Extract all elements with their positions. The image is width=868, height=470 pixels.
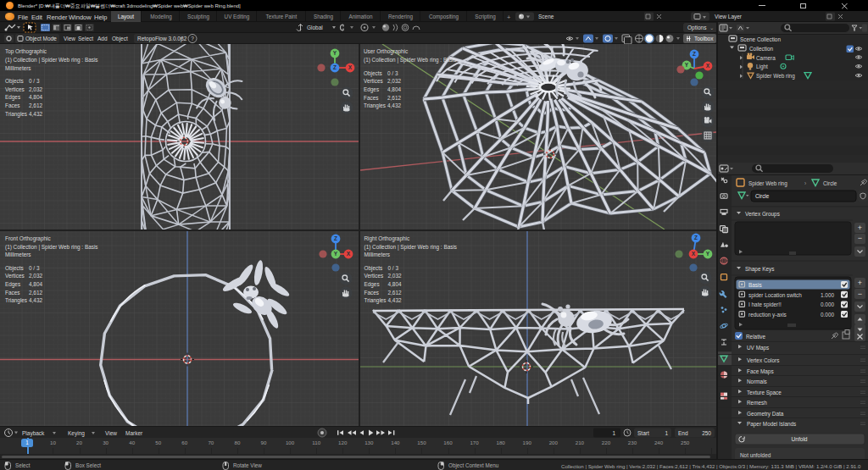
svg-text:spider Location switch: spider Location switch [748, 292, 802, 299]
svg-text:Not unfolded: Not unfolded [740, 452, 771, 458]
svg-text:−: − [858, 290, 862, 298]
svg-text:Playback: Playback [22, 430, 45, 437]
svg-text:Collection: Collection [749, 46, 774, 52]
svg-text:Object: Object [112, 36, 128, 42]
svg-text:Front Orthographic: Front Orthographic [5, 235, 51, 242]
svg-text:reduction y-axis: reduction y-axis [748, 312, 787, 318]
svg-text:View: View [64, 36, 75, 41]
svg-text:Select: Select [78, 36, 93, 41]
svg-text:Unfold: Unfold [791, 436, 807, 442]
svg-text:2,612: 2,612 [388, 290, 402, 296]
svg-text:Keying: Keying [68, 430, 85, 437]
svg-text:›: › [804, 180, 806, 186]
svg-text:Faces: Faces [364, 95, 378, 101]
svg-text:(1) Collection | Spider Web ri: (1) Collection | Spider Web ring : Basis [5, 244, 98, 251]
svg-text:250: 250 [702, 430, 711, 436]
svg-text:2,032: 2,032 [388, 273, 402, 279]
svg-text:Vertex Colors: Vertex Colors [747, 357, 779, 363]
svg-text:4,804: 4,804 [29, 281, 42, 287]
svg-text:0.000: 0.000 [821, 301, 834, 307]
svg-text:0 / 3: 0 / 3 [387, 70, 398, 76]
svg-text:Objects: Objects [364, 265, 383, 272]
svg-text:0 / 3: 0 / 3 [29, 265, 40, 271]
svg-text:Y: Y [333, 50, 337, 56]
svg-text:4,804: 4,804 [387, 86, 401, 92]
svg-text:Edges: Edges [5, 94, 20, 101]
svg-text:Scene Collection: Scene Collection [740, 36, 781, 42]
svg-text:Z: Z [334, 235, 337, 241]
svg-text:2,032: 2,032 [29, 273, 42, 279]
svg-text:View Layer: View Layer [715, 14, 743, 20]
svg-text:?: ? [191, 36, 194, 41]
svg-text:2,032: 2,032 [29, 86, 42, 92]
svg-text:Add: Add [97, 36, 108, 41]
svg-text:Faces: Faces [5, 290, 19, 296]
svg-text:(1) Collection | Spider Web ri: (1) Collection | Spider Web ring : Basis [364, 57, 457, 64]
svg-text:+: + [858, 279, 862, 287]
svg-text:4,804: 4,804 [388, 281, 402, 287]
svg-text:Geometry Data: Geometry Data [747, 411, 784, 417]
svg-text:User Orthographic: User Orthographic [364, 48, 409, 55]
svg-text:Face Maps: Face Maps [747, 368, 774, 375]
svg-text:Edges: Edges [364, 281, 380, 288]
svg-text:Vertices: Vertices [364, 78, 383, 84]
svg-text:Start: Start [637, 430, 649, 436]
svg-text:Global: Global [307, 25, 323, 30]
svg-text:Camera: Camera [756, 55, 776, 61]
svg-text:Right Orthographic: Right Orthographic [364, 235, 410, 242]
svg-text:(1) Collection | Spider Web ri: (1) Collection | Spider Web ring : Basis [364, 244, 458, 251]
svg-text:Y: Y [334, 251, 338, 257]
svg-text:Millimeters: Millimeters [364, 252, 391, 257]
svg-text:Faces: Faces [364, 290, 379, 296]
svg-text:Z: Z [694, 235, 698, 241]
svg-text:Triangles: Triangles [5, 111, 27, 118]
svg-text:Edges: Edges [364, 86, 379, 93]
svg-text:Objects: Objects [5, 265, 24, 272]
svg-text:(1) Collection | Spider Web ri: (1) Collection | Spider Web ring : Basis [5, 57, 98, 64]
svg-text:2,032: 2,032 [387, 78, 401, 84]
svg-text:2,612: 2,612 [387, 95, 401, 101]
svg-text:Vertices: Vertices [5, 86, 25, 92]
svg-text:Z: Z [693, 51, 696, 57]
svg-text:RetopoFlow 3.0.0β2: RetopoFlow 3.0.0β2 [137, 36, 187, 42]
svg-text:Objects: Objects [5, 78, 24, 85]
svg-text:Toolbox: Toolbox [694, 36, 714, 41]
svg-text:X: X [347, 251, 351, 257]
svg-text:+: + [858, 224, 862, 232]
svg-text:UV Maps: UV Maps [747, 345, 769, 351]
svg-text:Vertex Groups: Vertex Groups [745, 211, 780, 218]
svg-text:X: X [692, 251, 696, 257]
svg-text:Z: Z [333, 64, 337, 70]
svg-text:Edges: Edges [5, 281, 20, 288]
svg-text:0 / 3: 0 / 3 [29, 78, 40, 84]
svg-text:Y: Y [685, 62, 689, 68]
svg-text:Remesh: Remesh [747, 400, 767, 406]
svg-text:Circle: Circle [755, 193, 770, 199]
svg-text:Relative: Relative [746, 334, 766, 340]
svg-text:Triangles: Triangles [364, 297, 387, 304]
svg-text:Vertices: Vertices [364, 273, 384, 279]
svg-text:Shape Keys: Shape Keys [745, 266, 774, 273]
svg-text:Paper Model Islands: Paper Model Islands [747, 421, 796, 428]
svg-text:4,432: 4,432 [387, 102, 401, 108]
svg-text:Objects: Objects [364, 70, 382, 77]
svg-text:Triangles: Triangles [5, 297, 27, 304]
svg-text:I hate spider!!: I hate spider!! [748, 301, 782, 308]
svg-text:2,612: 2,612 [29, 102, 42, 108]
svg-text:X: X [706, 63, 710, 69]
svg-text:0 / 3: 0 / 3 [388, 265, 399, 271]
svg-text:4,432: 4,432 [388, 297, 402, 303]
svg-text:1: 1 [665, 430, 668, 436]
svg-text:0.000: 0.000 [821, 312, 834, 318]
svg-text:Circle: Circle [823, 180, 837, 186]
svg-text:End: End [678, 430, 688, 436]
svg-text:4,432: 4,432 [29, 297, 42, 303]
svg-text:Triangles: Triangles [364, 102, 386, 109]
svg-text:Basis: Basis [748, 282, 762, 288]
svg-text:Top Orthographic: Top Orthographic [5, 48, 47, 55]
svg-text:2,612: 2,612 [29, 290, 42, 296]
svg-text:−: − [858, 234, 862, 242]
svg-text:1.000: 1.000 [821, 292, 834, 298]
svg-text:X: X [348, 64, 353, 70]
svg-text:Millimeters: Millimeters [5, 252, 31, 257]
